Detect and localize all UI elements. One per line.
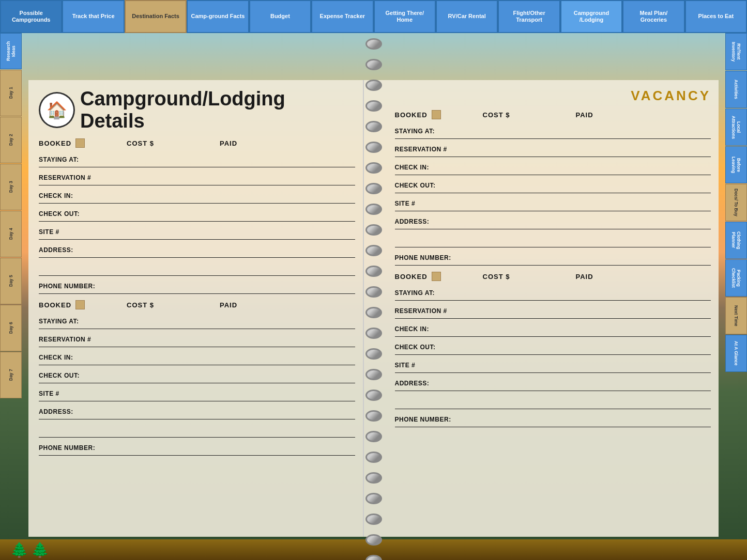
checkin-label-2: CHECK IN: — [39, 354, 111, 361]
nav-campground-facts[interactable]: Camp-ground Facts — [187, 0, 249, 33]
reservation-input-2[interactable] — [111, 334, 355, 345]
spiral-ring — [365, 204, 382, 215]
address-label-2: ADDRESS: — [39, 408, 111, 415]
sidebar-item-docs-to-buy[interactable]: Docs/ To Buy — [725, 184, 747, 221]
site-input-2[interactable] — [111, 388, 355, 399]
checkin-row-2: CHECK IN: — [39, 350, 355, 365]
checkin-input-3[interactable] — [467, 162, 711, 173]
phone-input-3[interactable] — [478, 252, 711, 263]
nav-flight-transport[interactable]: Flight/Other Transport — [498, 0, 560, 33]
nav-destination-facts[interactable]: Destination Facts — [125, 0, 187, 33]
booked-checkbox-4[interactable] — [432, 272, 441, 281]
nav-track-price[interactable]: Track that Price — [62, 0, 124, 33]
sidebar-item-day7[interactable]: Day 7 — [0, 352, 22, 398]
sidebar-item-at-a-glance[interactable]: At A Glance — [725, 335, 747, 372]
spiral-ring — [365, 183, 382, 194]
address-row-1: ADDRESS: — [39, 242, 355, 258]
address-input-3b[interactable] — [467, 234, 711, 245]
checkin-input-2[interactable] — [111, 352, 355, 363]
address-row-4: ADDRESS: — [395, 376, 711, 391]
spiral-ring — [365, 410, 382, 422]
address-input-4[interactable] — [467, 378, 711, 389]
page-title: Campground/Lodging Details — [80, 88, 355, 132]
nav-meal-plan[interactable]: Meal Plan/ Groceries — [622, 0, 684, 33]
staying-at-input-4[interactable] — [467, 287, 711, 299]
phone-row-1: PHONE NUMBER: — [39, 278, 355, 294]
sidebar-item-clothing-planner[interactable]: Clothing Planner — [725, 222, 747, 259]
booked-checkbox-1[interactable] — [75, 138, 85, 148]
sidebar-item-day4[interactable]: Day 4 — [0, 211, 22, 257]
address-input-1[interactable] — [111, 244, 355, 256]
address-input-2[interactable] — [111, 406, 355, 417]
site-row-3: SITE # — [395, 196, 711, 211]
sidebar-item-before-leaving[interactable]: Before Leaving — [725, 146, 747, 183]
spiral-ring — [365, 266, 382, 277]
spiral-ring — [365, 307, 382, 318]
phone-label-3: PHONE NUMBER: — [395, 254, 478, 261]
phone-label-4: PHONE NUMBER: — [395, 416, 478, 423]
checkin-input-4[interactable] — [467, 323, 711, 335]
nav-places-to-eat[interactable]: Places to Eat — [685, 0, 747, 33]
phone-input-1[interactable] — [121, 281, 355, 292]
sidebar-item-local-attractions[interactable]: Local Attractions — [725, 108, 747, 146]
checkin-input-1[interactable] — [111, 190, 355, 201]
sidebar-item-day6[interactable]: Day 6 — [0, 305, 22, 351]
sidebar-item-day5[interactable]: Day 5 — [0, 258, 22, 304]
staying-at-row-3: STAYING AT: — [395, 123, 711, 139]
reservation-row-1: RESERVATION # — [39, 170, 355, 185]
address-input-4b[interactable] — [467, 396, 711, 407]
staying-at-input-1[interactable] — [111, 154, 355, 165]
reservation-input-1[interactable] — [111, 172, 355, 183]
checkout-input-4[interactable] — [467, 341, 711, 353]
spiral-ring — [365, 452, 382, 463]
sidebar-item-day3[interactable]: Day 3 — [0, 164, 22, 210]
paid-header-2: PAID — [220, 301, 355, 309]
nav-possible-campgrounds[interactable]: Possible Campgrounds — [0, 0, 62, 33]
nav-expense-tracker[interactable]: Expense Tracker — [311, 0, 373, 33]
address-row-3: ADDRESS: — [395, 214, 711, 229]
reservation-input-3[interactable] — [467, 144, 711, 155]
paid-header-4: PAID — [576, 273, 711, 281]
sidebar-item-next-time[interactable]: Next Time — [725, 297, 747, 334]
site-input-3[interactable] — [467, 198, 711, 209]
address-input-1b[interactable] — [111, 262, 355, 274]
reservation-row-2: RESERVATION # — [39, 332, 355, 347]
nav-rv-car-rental[interactable]: RV/Car Rental — [436, 0, 498, 33]
booked-checkbox-2[interactable] — [75, 300, 85, 309]
sidebar-item-research-ideas[interactable]: Research Ideas — [0, 33, 22, 69]
sidebar-item-day2[interactable]: Day 2 — [0, 117, 22, 163]
address-input-3[interactable] — [467, 216, 711, 227]
nav-campground-lodging[interactable]: Campground /Lodging — [560, 0, 622, 33]
tree-icon-1: 🌲 — [10, 541, 28, 558]
staying-at-input-2[interactable] — [111, 316, 355, 327]
site-input-4[interactable] — [467, 360, 711, 371]
phone-input-4[interactable] — [478, 414, 711, 425]
booked-checkbox-3[interactable] — [432, 110, 441, 119]
sidebar-item-packing-checklist[interactable]: Packing Checklist — [725, 259, 747, 297]
spiral-ring — [365, 100, 382, 112]
reservation-input-4[interactable] — [467, 305, 711, 317]
spiral-ring — [365, 369, 382, 380]
checkout-input-2[interactable] — [111, 370, 355, 381]
spiral-ring — [365, 245, 382, 256]
sidebar-item-activities[interactable]: Activities — [725, 71, 747, 108]
checkout-input-1[interactable] — [111, 208, 355, 220]
sidebar-item-rv-tent-inventory[interactable]: RV/Tent Inventory — [725, 33, 747, 70]
nav-budget[interactable]: Budget — [249, 0, 311, 33]
sidebar-item-day1[interactable]: Day 1 — [0, 70, 22, 116]
address-input-2b[interactable] — [111, 424, 355, 435]
top-navigation: Possible Campgrounds Track that Price De… — [0, 0, 747, 33]
spiral-ring — [365, 555, 382, 560]
booked-header-1: BOOKED — [39, 138, 116, 148]
reservation-row-4: RESERVATION # — [395, 303, 711, 319]
checkout-label-4: CHECK OUT: — [395, 344, 467, 351]
site-input-1[interactable] — [111, 226, 355, 238]
checkin-row-4: CHECK IN: — [395, 321, 711, 337]
staying-at-input-3[interactable] — [467, 126, 711, 137]
phone-input-2[interactable] — [121, 442, 355, 454]
nav-getting-there[interactable]: Getting There/ Home — [374, 0, 436, 33]
spiral-ring — [365, 38, 382, 50]
spiral-ring — [365, 390, 382, 401]
header-row-1: BOOKED COST $ PAID — [39, 136, 355, 152]
checkout-input-3[interactable] — [467, 180, 711, 191]
